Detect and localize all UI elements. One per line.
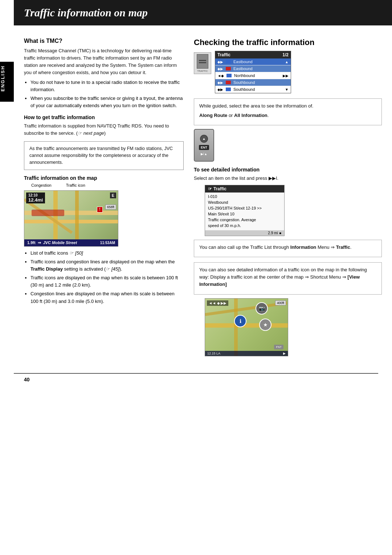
route-options-text: Along Route or All Information. bbox=[199, 112, 376, 119]
what-is-tmc-paragraph: Traffic Message Channel (TMC) is a techn… bbox=[24, 47, 184, 77]
map-mock: 12:1012.4mi E 658ft ! 1.9ft ⇒ bbox=[24, 190, 118, 247]
distance-unit-icon: ■ bbox=[279, 231, 281, 235]
fnt-badge: FNT bbox=[274, 345, 283, 349]
traffic-detail-box: ☞ Traffic I-010 Westbound US-290/18TH St… bbox=[205, 185, 285, 236]
bullet-item: You do not have to tune in to a special … bbox=[30, 79, 184, 93]
ent-button[interactable]: ENT bbox=[199, 145, 209, 150]
traffic-list-item[interactable]: ◆▶ Southbound ▼ bbox=[215, 86, 291, 93]
main-content: What is TMC? Traffic Message Channel (TM… bbox=[14, 25, 392, 366]
star-circle-icon[interactable]: ★ bbox=[259, 319, 271, 331]
camera-circle-icon[interactable]: 📷 bbox=[256, 302, 268, 315]
traffic-list-header: Traffic 1/2 bbox=[215, 51, 291, 58]
how-to-get-paragraph: Traffic information is supplied from NAV… bbox=[24, 122, 184, 137]
checking-traffic-heading: Checking the traffic information bbox=[194, 38, 382, 47]
sidebar-language-label: ENGLISH bbox=[0, 62, 14, 102]
ent-device: ▲ ENT ▶/▲ bbox=[194, 129, 214, 162]
bullet-item: Congestion lines are displayed on the ma… bbox=[30, 290, 184, 305]
traffic-detail-header: ☞ Traffic bbox=[205, 185, 284, 193]
info-circle-icon[interactable]: ℹ bbox=[234, 315, 246, 327]
map-area: 12:1012.4mi E 658ft ! 1.9ft ⇒ bbox=[24, 190, 184, 247]
traffic-screen-container: TRAFFIC Traffic 1/2 ◆▶ Eastbound bbox=[194, 51, 382, 93]
nav-arrows: ◄◄ ◆ ▶▶ bbox=[207, 300, 228, 306]
call-traffic-info-box: You can also call up the Traffic List th… bbox=[194, 240, 382, 257]
traffic-device-icon: TRAFFIC bbox=[194, 52, 211, 74]
call-traffic-text: You can also call up the Traffic List th… bbox=[199, 244, 376, 251]
left-column: What is TMC? Traffic Message Channel (TM… bbox=[24, 33, 184, 359]
traffic-on-map-section: Traffic information on the map Congestio… bbox=[24, 175, 184, 305]
ent-panel: ▲ ENT ▶/▲ bbox=[194, 129, 382, 162]
map-brand-label: JVC Mobile Street bbox=[43, 240, 77, 245]
traffic-detail-icon: ☞ bbox=[208, 186, 212, 191]
guided-info-box: While guided, select the area to see the… bbox=[194, 98, 382, 125]
map-bottom-shortcut: 12.15 LA ▶ bbox=[205, 351, 288, 356]
how-to-get-section: How to get traffic information Traffic i… bbox=[24, 114, 184, 137]
page-title: Traffic information on map bbox=[24, 7, 382, 19]
shortcut-map: 400ft ◄◄ ◆ ▶▶ ℹ ★ 📷 FNT 12.15 LA ▶ bbox=[205, 298, 288, 356]
checking-traffic-section: Checking the traffic information TRAFFIC bbox=[194, 38, 382, 162]
guided-text: While guided, select the area to see the… bbox=[199, 102, 376, 110]
traffic-map-bullets: List of traffic icons ☞ [50] Traffic ico… bbox=[30, 250, 184, 305]
what-is-tmc-bullets: You do not have to tune in to a special … bbox=[30, 79, 184, 110]
to-see-detailed-heading: To see detailed information bbox=[194, 167, 382, 173]
to-see-detailed-section: To see detailed information Select an it… bbox=[194, 167, 382, 236]
title-bar: Traffic information on map bbox=[14, 0, 392, 25]
view-info-text: You can also see detailed information of… bbox=[199, 266, 376, 288]
traffic-list-box: Traffic 1/2 ◆▶ Eastbound ▲ ◆▶ bbox=[215, 51, 291, 93]
map-distance-badge: 400ft bbox=[275, 300, 286, 305]
page-ref-next: ☞ next page bbox=[78, 130, 104, 136]
congestion-label: Congestion bbox=[31, 183, 52, 187]
page-number: 40 bbox=[24, 377, 30, 382]
to-see-detailed-instruction: Select an item on the list and press ▶▶I… bbox=[194, 175, 382, 182]
traffic-detail-content: I-010 Westbound US-290/18TH St/exit 12-1… bbox=[205, 193, 284, 230]
bullet-item: When you subscribe to the traffic servic… bbox=[30, 95, 184, 109]
map-bottom-bar: 1.9ft ⇒ JVC Mobile Street 11:53AM bbox=[24, 239, 118, 246]
note-box: As the traffic announcements are transmi… bbox=[24, 141, 184, 170]
right-column: Checking the traffic information TRAFFIC bbox=[194, 33, 382, 359]
traffic-unit-label: TRAFFIC bbox=[197, 70, 208, 72]
bullet-item: Traffic icons and congestion lines are d… bbox=[30, 258, 184, 273]
traffic-list-item[interactable]: ◆▶ Eastbound ▲ bbox=[215, 58, 291, 65]
traffic-detail-footer: 2.9 mi ■ bbox=[205, 230, 284, 236]
traffic-icon-marker: ! bbox=[97, 207, 103, 212]
ent-up-button[interactable]: ▲ bbox=[200, 135, 208, 143]
map-dist-badge: 658ft bbox=[105, 204, 116, 210]
traffic-on-map-heading: Traffic information on the map bbox=[24, 175, 184, 181]
traffic-list-item[interactable]: ◄◆ Northbound ▶▶ bbox=[215, 72, 291, 79]
page-footer: 40 bbox=[14, 373, 378, 382]
traffic-list-item[interactable]: ◆▶ Southbound bbox=[215, 79, 291, 86]
map-annotations: Congestion Traffic icon bbox=[31, 183, 184, 187]
page-container: ENGLISH Traffic information on map What … bbox=[0, 0, 392, 555]
what-is-tmc-heading: What is TMC? bbox=[24, 38, 184, 44]
how-to-get-heading: How to get traffic information bbox=[24, 114, 184, 120]
view-information-section: You can also see detailed information of… bbox=[194, 262, 382, 356]
traffic-list-item[interactable]: ◆▶ Eastbound bbox=[215, 65, 291, 72]
bullet-item: Traffic icons are displayed on the map w… bbox=[30, 274, 184, 289]
view-info-box: You can also see detailed information of… bbox=[194, 262, 382, 294]
bullet-item: List of traffic icons ☞ [50] bbox=[30, 250, 184, 257]
ent-play-button[interactable]: ▶/▲ bbox=[201, 152, 207, 156]
what-is-tmc-section: What is TMC? Traffic Message Channel (TM… bbox=[24, 38, 184, 109]
map-distance-top: 12:1012.4mi bbox=[26, 193, 45, 203]
note-box-text: As the traffic announcements are transmi… bbox=[29, 146, 173, 165]
ent-device-container: ▲ ENT ▶/▲ bbox=[194, 129, 216, 162]
traffic-icon-label: Traffic icon bbox=[66, 183, 85, 187]
map-e-indicator: E bbox=[110, 193, 116, 198]
